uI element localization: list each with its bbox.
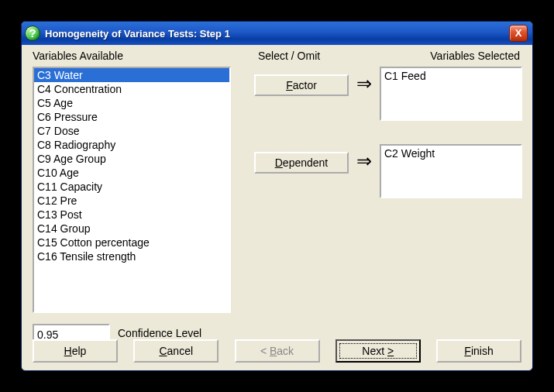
dialog-window: ? Homogeneity of Variance Tests: Step 1 … — [21, 21, 533, 371]
button-mnemonic: F — [464, 345, 471, 357]
list-item[interactable]: C13 Post — [34, 208, 229, 222]
cancel-button[interactable]: Cancel — [133, 339, 219, 363]
button-label-pre: < — [260, 345, 270, 357]
button-row: Help Cancel < Back Next > Finish — [33, 339, 521, 364]
label-variables-selected: Variables Selected — [430, 50, 520, 62]
button-mnemonic: H — [64, 345, 72, 357]
button-label-rest: inish — [471, 345, 494, 357]
factor-selected-value: C1 Feed — [384, 70, 426, 82]
button-mnemonic: D — [275, 156, 283, 169]
list-item[interactable]: C7 Dose — [34, 124, 229, 138]
close-button[interactable]: X — [509, 25, 528, 42]
factor-button[interactable]: Factor — [254, 74, 349, 96]
button-label-pre: Next — [362, 345, 387, 357]
list-item[interactable]: C16 Tensile strength — [34, 249, 229, 263]
button-label-rest: actor — [293, 79, 317, 91]
list-item[interactable]: C12 Pre — [34, 194, 229, 208]
dependent-selected-value: C2 Weight — [384, 147, 435, 160]
back-button: < Back — [235, 339, 320, 363]
close-icon: X — [515, 26, 522, 40]
window-title: Homogeneity of Variance Tests: Step 1 — [45, 28, 509, 40]
button-label-rest: ependent — [283, 156, 328, 169]
label-select-omit: Select / Omit — [258, 50, 320, 62]
help-icon: ? — [25, 26, 40, 41]
next-button[interactable]: Next > — [335, 339, 421, 363]
button-mnemonic: C — [159, 345, 167, 357]
dependent-selected-box[interactable]: C2 Weight — [380, 144, 522, 198]
list-item[interactable]: C3 Water — [34, 68, 229, 82]
help-button[interactable]: Help — [33, 339, 118, 363]
factor-selected-box[interactable]: C1 Feed — [380, 67, 522, 121]
arrow-right-icon: ⇒ — [356, 74, 372, 93]
button-mnemonic: B — [270, 345, 277, 357]
dependent-button[interactable]: Dependent — [254, 152, 349, 174]
list-item[interactable]: C9 Age Group — [34, 152, 229, 166]
client-area: Variables Available Select / Omit Variab… — [22, 45, 532, 370]
button-mnemonic: F — [286, 79, 293, 91]
title-bar[interactable]: ? Homogeneity of Variance Tests: Step 1 … — [22, 22, 532, 45]
label-variables-available: Variables Available — [33, 50, 123, 62]
list-item[interactable]: C14 Group — [34, 222, 229, 236]
button-label-rest: ancel — [167, 345, 193, 357]
list-item[interactable]: C4 Concentration — [34, 82, 229, 96]
button-label-rest: ack — [277, 345, 294, 357]
label-confidence-level: Confidence Level — [118, 327, 201, 339]
list-item[interactable]: C8 Radiography — [34, 138, 229, 152]
arrow-right-icon: ⇒ — [356, 152, 372, 170]
list-item[interactable]: C11 Capacity — [34, 180, 229, 194]
button-label-rest: elp — [72, 345, 87, 357]
list-item[interactable]: C15 Cotton percentage — [34, 236, 229, 249]
list-item[interactable]: C6 Pressure — [34, 110, 229, 124]
list-item[interactable]: C10 Age — [34, 166, 229, 180]
variables-available-list[interactable]: C3 Water C4 Concentration C5 Age C6 Pres… — [33, 67, 231, 313]
finish-button[interactable]: Finish — [436, 339, 521, 363]
button-mnemonic: > — [387, 345, 394, 357]
list-item[interactable]: C5 Age — [34, 96, 229, 110]
